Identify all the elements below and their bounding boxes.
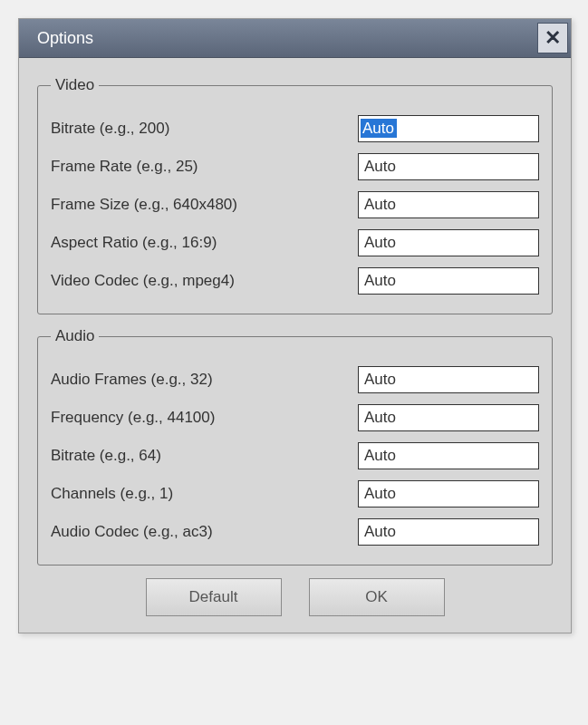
video-aspect-row: Aspect Ratio (e.g., 16:9) (51, 227, 539, 259)
video-codec-row: Video Codec (e.g., mpeg4) (51, 265, 539, 297)
audio-bitrate-input[interactable] (358, 442, 539, 469)
video-bitrate-label: Bitrate (e.g., 200) (51, 120, 358, 138)
default-button[interactable]: Default (146, 578, 282, 616)
dialog-title: Options (37, 29, 93, 48)
dialog-body: Video Bitrate (e.g., 200) Auto Frame Rat… (19, 58, 571, 633)
titlebar[interactable]: Options ✕ (19, 19, 571, 58)
audio-freq-input[interactable] (358, 404, 539, 431)
video-aspect-label: Aspect Ratio (e.g., 16:9) (51, 234, 358, 252)
close-button[interactable]: ✕ (537, 23, 568, 53)
video-bitrate-row: Bitrate (e.g., 200) Auto (51, 112, 539, 145)
video-framesize-label: Frame Size (e.g., 640x480) (51, 196, 358, 214)
video-framerate-label: Frame Rate (e.g., 25) (51, 158, 358, 176)
audio-bitrate-row: Bitrate (e.g., 64) (51, 440, 539, 472)
audio-frames-input[interactable] (358, 366, 539, 393)
audio-channels-label: Channels (e.g., 1) (51, 485, 358, 503)
audio-legend: Audio (51, 327, 99, 345)
audio-codec-label: Audio Codec (e.g., ac3) (51, 523, 358, 541)
audio-frames-row: Audio Frames (e.g., 32) (51, 363, 539, 396)
audio-bitrate-label: Bitrate (e.g., 64) (51, 447, 358, 465)
video-framerate-row: Frame Rate (e.g., 25) (51, 150, 539, 183)
ok-button[interactable]: OK (309, 578, 445, 616)
audio-codec-row: Audio Codec (e.g., ac3) (51, 516, 539, 548)
video-legend: Video (51, 76, 99, 94)
audio-channels-row: Channels (e.g., 1) (51, 478, 539, 510)
button-row: Default OK (37, 578, 553, 616)
audio-codec-input[interactable] (358, 518, 539, 546)
options-dialog: Options ✕ Video Bitrate (e.g., 200) Auto… (18, 18, 572, 633)
audio-freq-row: Frequency (e.g., 44100) (51, 401, 539, 434)
video-framesize-row: Frame Size (e.g., 640x480) (51, 188, 539, 221)
close-icon: ✕ (545, 26, 561, 50)
video-bitrate-input[interactable]: Auto (358, 115, 539, 142)
audio-channels-input[interactable] (358, 480, 539, 508)
audio-group: Audio Audio Frames (e.g., 32) Frequency … (37, 327, 553, 566)
video-codec-label: Video Codec (e.g., mpeg4) (51, 272, 358, 290)
audio-freq-label: Frequency (e.g., 44100) (51, 409, 358, 427)
video-framerate-input[interactable] (358, 153, 539, 180)
audio-frames-label: Audio Frames (e.g., 32) (51, 371, 358, 389)
video-codec-input[interactable] (358, 267, 539, 295)
video-framesize-input[interactable] (358, 191, 539, 218)
video-group: Video Bitrate (e.g., 200) Auto Frame Rat… (37, 76, 553, 314)
video-aspect-input[interactable] (358, 229, 539, 256)
